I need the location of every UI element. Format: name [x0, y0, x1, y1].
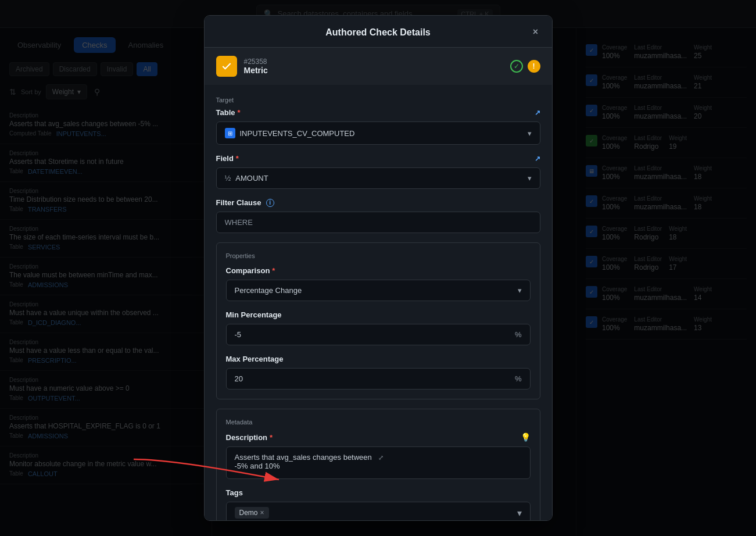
tags-field-label: Tags	[226, 488, 531, 497]
modal-body: Target Table * ↗ ⊞ INPUTEVENTS_CV_COMPUT…	[205, 85, 552, 521]
max-percentage-text-input[interactable]	[235, 374, 515, 383]
modal-title: Authored Check Details	[325, 27, 430, 37]
min-percentage-input[interactable]: %	[226, 324, 531, 345]
check-type-icon	[216, 56, 237, 77]
table-select[interactable]: ⊞ INPUTEVENTS_CV_COMPUTED ▾	[216, 122, 540, 145]
required-indicator: *	[238, 108, 241, 117]
filter-clause-text-input[interactable]	[225, 218, 532, 227]
modal-header: Authored Check Details ×	[205, 16, 552, 48]
field-select[interactable]: ½ AMOUNT ▾	[216, 167, 540, 189]
required-indicator: *	[270, 433, 273, 442]
min-percentage-text-input[interactable]	[235, 330, 515, 339]
properties-section: Properties Comparison * Percentage Chang…	[216, 242, 540, 399]
table-dropdown-arrow: ▾	[528, 129, 532, 138]
table-external-link-icon[interactable]: ↗	[535, 109, 540, 117]
properties-section-label: Properties	[226, 252, 531, 259]
comparison-dropdown-arrow: ▾	[518, 286, 522, 295]
required-indicator: *	[272, 266, 275, 275]
tags-dropdown-arrow: ▾	[517, 508, 522, 519]
target-section-label: Target	[216, 97, 540, 103]
expand-icon[interactable]: ⤢	[378, 454, 522, 462]
description-value: Asserts that avg_sales changes between -…	[235, 453, 378, 470]
tag-remove-button[interactable]: ×	[260, 509, 264, 517]
filter-clause-input[interactable]	[216, 212, 540, 233]
modal-overlay: Authored Check Details × #25358 Metric ✓…	[0, 0, 756, 536]
table-field-label: Table * ↗	[216, 108, 540, 117]
min-percentage-unit: %	[515, 330, 522, 339]
check-header: #25358 Metric ✓ !	[205, 48, 552, 85]
field-external-link-icon[interactable]: ↗	[535, 155, 540, 163]
field-dropdown-arrow: ▾	[528, 174, 532, 183]
metadata-section: Metadata Description * 💡 Asserts that av…	[216, 409, 540, 521]
field-type-icon: ½	[225, 174, 231, 183]
status-warning-icon: !	[528, 60, 540, 73]
comparison-field-label: Comparison *	[226, 266, 531, 275]
tags-select[interactable]: Demo × ▾	[226, 502, 531, 521]
comparison-select[interactable]: Percentage Change ▾	[226, 280, 531, 301]
tag-value: Demo	[239, 509, 258, 517]
comparison-value: Percentage Change	[235, 286, 302, 295]
metadata-section-label: Metadata	[226, 419, 531, 426]
status-valid-icon: ✓	[510, 60, 523, 73]
filter-clause-label: Filter Clause i	[216, 198, 540, 207]
check-type: Metric	[244, 66, 503, 75]
max-percentage-unit: %	[515, 374, 522, 383]
lightbulb-icon[interactable]: 💡	[521, 433, 531, 442]
modal-close-button[interactable]: ×	[529, 25, 543, 39]
table-db-icon: ⊞	[225, 128, 235, 138]
tag-chip: Demo ×	[235, 507, 269, 519]
required-indicator: *	[236, 154, 239, 163]
modal: Authored Check Details × #25358 Metric ✓…	[204, 15, 553, 521]
field-field-label: Field * ↗	[216, 154, 540, 163]
filter-clause-info-icon[interactable]: i	[266, 199, 274, 207]
check-id: #25358	[244, 58, 503, 66]
description-textarea[interactable]: Asserts that avg_sales changes between -…	[226, 446, 531, 479]
table-value: INPUTEVENTS_CV_COMPUTED	[240, 129, 355, 138]
max-percentage-input[interactable]: %	[226, 368, 531, 390]
min-percentage-label: Min Percentage	[226, 310, 531, 319]
description-field-label: Description * 💡	[226, 433, 531, 442]
max-percentage-label: Max Percentage	[226, 355, 531, 363]
field-value: AMOUNT	[235, 174, 268, 183]
